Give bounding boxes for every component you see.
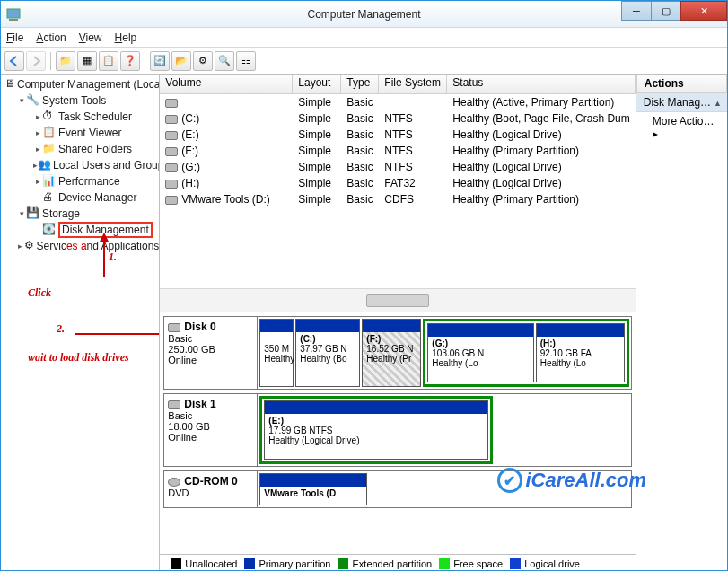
tree-task-scheduler[interactable]: ▸⏱Task Scheduler <box>1 109 159 125</box>
volume-row[interactable]: (H:)SimpleBasicFAT32Healthy (Logical Dri… <box>160 175 635 191</box>
volume-row[interactable]: (E:)SimpleBasicNTFSHealthy (Logical Driv… <box>160 127 635 143</box>
tree-local-users[interactable]: ▸👥Local Users and Groups <box>1 157 159 173</box>
col-status[interactable]: Status <box>447 75 635 94</box>
extended-partition-disk1: (E:)17.99 GB NTFSHealthy (Logical Drive) <box>259 396 493 464</box>
collapse-icon: ▲ <box>714 99 722 108</box>
volume-row[interactable]: (C:)SimpleBasicNTFSHealthy (Boot, Page F… <box>160 110 635 127</box>
partition-e[interactable]: (E:)17.99 GB NTFSHealthy (Logical Drive) <box>264 400 488 460</box>
arrow-right-icon <box>75 328 160 343</box>
forward-button[interactable] <box>26 51 46 71</box>
maximize-button[interactable]: ▢ <box>651 1 681 21</box>
col-volume[interactable]: Volume <box>160 75 293 94</box>
disk-0-row[interactable]: Disk 0 Basic250.00 GBOnline 350 MHealthy… <box>163 316 631 390</box>
legend: Unallocated Primary partition Extended p… <box>160 554 635 571</box>
tree-shared-folders[interactable]: ▸📁Shared Folders <box>1 141 159 157</box>
watermark: ✔ iCareAll.com <box>497 468 647 493</box>
h-scrollbar[interactable] <box>160 288 635 312</box>
extended-partition-disk0: (G:)103.06 GB NHealthy (Lo (H:)92.10 GB … <box>423 319 628 387</box>
tree-services-apps[interactable]: ▸⚙Services and Applications <box>1 238 159 254</box>
menu-action[interactable]: Action <box>36 31 66 44</box>
volume-header[interactable]: Volume Layout Type File System Status <box>160 75 635 94</box>
app-icon <box>6 7 21 22</box>
disk-1-label: Disk 1 Basic18.00 GBOnline <box>164 394 258 466</box>
disk-icon <box>168 323 180 332</box>
col-layout[interactable]: Layout <box>293 75 341 94</box>
up-button[interactable]: 📁 <box>56 51 75 71</box>
menubar: File Action View Help <box>1 28 727 48</box>
partition-system-reserved[interactable]: 350 MHealthy <box>259 319 294 387</box>
chevron-right-icon: ▸ <box>653 127 658 140</box>
volume-row[interactable]: (F:)SimpleBasicNTFSHealthy (Primary Part… <box>160 143 635 159</box>
svg-marker-3 <box>100 233 109 242</box>
volume-row[interactable]: SimpleBasicHealthy (Active, Primary Part… <box>160 94 635 110</box>
swatch-free-icon <box>439 558 450 569</box>
minimize-button[interactable]: ─ <box>621 1 652 21</box>
tree-device-manager[interactable]: 🖨Device Manager <box>1 189 159 206</box>
rescan-button[interactable]: 📂 <box>171 51 191 71</box>
partition-c[interactable]: (C:)37.97 GB NHealthy (Bo <box>295 319 360 387</box>
cdrom-icon <box>168 478 180 487</box>
toolbar: 📁 ▦ 📋 ❓ 🔄 📂 ⚙ 🔍 ☷ <box>1 48 727 75</box>
swatch-extended-icon <box>338 558 348 569</box>
volume-row[interactable]: (G:)SimpleBasicNTFSHealthy (Logical Driv… <box>160 159 635 175</box>
svg-rect-1 <box>9 19 18 21</box>
tree-system-tools[interactable]: ▾🔧System Tools <box>1 92 159 109</box>
show-hide-tree-button[interactable]: ▦ <box>77 51 97 71</box>
tree-storage[interactable]: ▾💾Storage <box>1 206 159 222</box>
partition-f[interactable]: (F:)16.52 GB NHealthy (Pr <box>362 319 421 387</box>
actions-header: Actions <box>636 75 727 93</box>
menu-file[interactable]: File <box>6 31 23 44</box>
titlebar: Computer Management ─ ▢ ✕ <box>1 1 727 28</box>
menu-view[interactable]: View <box>79 31 102 44</box>
cdrom-label: CD-ROM 0DVD <box>164 471 258 507</box>
partition-h[interactable]: (H:)92.10 GB FAHealthy (Lo <box>536 323 625 382</box>
tree-event-viewer[interactable]: ▸📋Event Viewer <box>1 125 159 141</box>
partition-g[interactable]: (G:)103.06 GB NHealthy (Lo <box>427 323 533 382</box>
actions-more[interactable]: More Actio… ▸ <box>636 112 727 143</box>
svg-rect-0 <box>7 9 20 18</box>
disk-icon <box>168 400 180 409</box>
partition-vmware-tools[interactable]: VMware Tools (D <box>259 473 367 505</box>
menu-help[interactable]: Help <box>115 31 137 44</box>
col-filesystem[interactable]: File System <box>379 75 447 94</box>
help-button[interactable]: ❓ <box>120 51 140 71</box>
settings-button[interactable]: ⚙ <box>193 51 213 71</box>
tree-root[interactable]: 🖥Computer Management (Local <box>1 76 159 92</box>
swatch-logical-icon <box>510 558 521 569</box>
tree-disk-management[interactable]: 💽Disk Management <box>1 222 159 238</box>
tree-performance[interactable]: ▸📊Performance <box>1 173 159 189</box>
refresh-button[interactable]: 🔄 <box>150 51 170 71</box>
annot-wait: wait to load disk drives <box>28 351 136 365</box>
watermark-icon: ✔ <box>497 468 522 493</box>
disk-0-label: Disk 0 Basic250.00 GBOnline <box>164 317 258 389</box>
properties-button[interactable]: 📋 <box>99 51 118 71</box>
arrow-up-icon <box>98 233 110 280</box>
details-pane: Volume Layout Type File System Status Si… <box>160 75 636 571</box>
find-button[interactable]: 🔍 <box>215 51 234 71</box>
annot-click: Click <box>28 286 51 300</box>
list-button[interactable]: ☷ <box>236 51 256 71</box>
annot-step2: 2. <box>57 322 65 336</box>
disk-graphical-view[interactable]: Disk 0 Basic250.00 GBOnline 350 MHealthy… <box>160 312 635 571</box>
col-type[interactable]: Type <box>341 75 379 94</box>
window-title: Computer Management <box>307 8 420 21</box>
console-tree[interactable]: 🖥Computer Management (Local ▾🔧System Too… <box>1 75 160 571</box>
swatch-unallocated-icon <box>171 558 181 569</box>
volume-row[interactable]: VMware Tools (D:)SimpleBasicCDFSHealthy … <box>160 191 635 207</box>
disk-1-row[interactable]: Disk 1 Basic18.00 GBOnline (E:)17.99 GB … <box>163 393 631 467</box>
close-button[interactable]: ✕ <box>680 1 727 21</box>
actions-pane: Actions Disk Manag…▲ More Actio… ▸ <box>636 75 727 571</box>
volume-list[interactable]: Volume Layout Type File System Status Si… <box>160 75 635 312</box>
actions-group[interactable]: Disk Manag…▲ <box>636 93 727 112</box>
swatch-primary-icon <box>244 558 255 569</box>
back-button[interactable] <box>4 51 24 71</box>
